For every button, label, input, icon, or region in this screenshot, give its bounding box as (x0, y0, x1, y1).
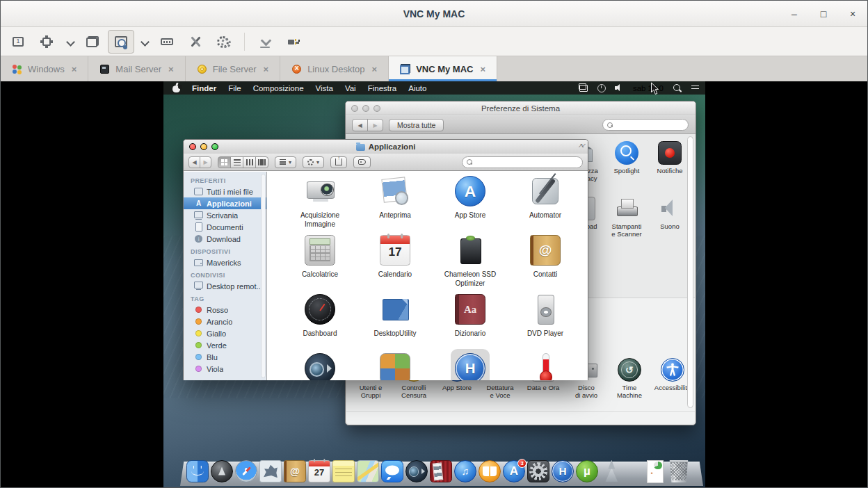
view-grid-button[interactable] (218, 156, 231, 168)
tab-close-icon[interactable]: × (372, 64, 378, 74)
sidebar-item-mavericks[interactable]: Mavericks (184, 257, 266, 268)
maximize-button[interactable]: □ (817, 8, 830, 19)
app-utility-app[interactable] (433, 353, 508, 380)
dock-item-finder[interactable] (186, 459, 209, 483)
app-video-camera-app[interactable] (282, 353, 357, 380)
prefs-scrollbar[interactable] (687, 136, 693, 408)
app-thermometer-app[interactable] (508, 353, 583, 380)
view-list-button[interactable] (230, 156, 243, 168)
app-desktoputility[interactable]: DesktopUtility (357, 294, 433, 353)
remote-mac-desktop[interactable]: FinderFileComposizioneVistaVaiFinestraAi… (163, 81, 705, 487)
scale-options-button[interactable] (136, 30, 152, 54)
tab-close-icon[interactable]: × (264, 64, 269, 74)
fullscreen-button[interactable] (5, 30, 31, 54)
menu-item-finestra[interactable]: Finestra (368, 84, 397, 92)
dock-item-app-store[interactable]: 1 (502, 459, 526, 483)
tab-linux-desktop[interactable]: Linux Desktop× (280, 56, 389, 81)
menu-item-finder[interactable]: Finder (192, 84, 216, 92)
dock-item-messaggi[interactable] (380, 459, 404, 483)
dock-item-photo-booth[interactable] (429, 459, 453, 483)
finder-forward-button[interactable]: ▶ (200, 156, 211, 168)
dock-item-mail[interactable] (259, 459, 282, 483)
tab-close-icon[interactable]: × (72, 64, 77, 74)
dock-item-documento[interactable] (643, 459, 666, 483)
app-dashboard[interactable]: Dashboard (282, 294, 357, 353)
app-chameleon-ssd-optimizer[interactable]: Chameleon SSDOptimizer (433, 235, 508, 294)
prefs-item-suono[interactable]: Suono (648, 197, 691, 238)
menu-item-composizione[interactable]: Composizione (253, 84, 304, 92)
view-coverflow-button[interactable] (255, 156, 268, 168)
tags-button[interactable] (353, 156, 371, 168)
sidebar-item-scrivania[interactable]: Scrivania (184, 209, 266, 221)
dock-item-calendario[interactable]: 27 (307, 459, 331, 483)
finder-close-light[interactable] (189, 143, 196, 150)
app-contatti[interactable]: Contatti (508, 235, 583, 294)
app-calendario[interactable]: 17Calendario (357, 235, 433, 294)
action-gear-dropdown[interactable]: ▾ (303, 156, 324, 168)
dock-item-itunes[interactable] (453, 459, 477, 483)
dock-item-safari[interactable] (234, 459, 258, 483)
prefs-item-time-machine[interactable]: TimeMachine (608, 358, 651, 399)
finder-minimize-light[interactable] (200, 143, 207, 150)
volume-status-icon[interactable] (615, 83, 624, 92)
sidebar-item-rosso[interactable]: Rosso (184, 304, 266, 316)
sidebar-item-giallo[interactable]: Giallo (184, 327, 266, 339)
prefs-item-stampanti-e-scanner[interactable]: Stampantie Scanner (605, 197, 648, 238)
finder-back-button[interactable]: ◀ (188, 156, 200, 168)
displays-status-icon[interactable] (579, 83, 588, 92)
dock-item-cestino[interactable] (667, 459, 691, 483)
dock-item-ibooks[interactable] (478, 459, 501, 483)
prefs-forward-button[interactable]: ▶ (367, 119, 383, 131)
sidebar-item-tutti-i-miei-file[interactable]: Tutti i miei file (184, 186, 266, 197)
tab-close-icon[interactable]: × (480, 64, 485, 74)
sidebar-item-download[interactable]: Download (184, 233, 266, 245)
scaled-view-button[interactable] (108, 30, 134, 54)
dock-item-preferenze-di-sistema[interactable] (527, 459, 550, 483)
disconnect-button[interactable] (280, 30, 307, 54)
resize-options-button[interactable] (62, 30, 77, 54)
share-button[interactable] (330, 156, 347, 168)
tab-close-icon[interactable]: × (168, 64, 174, 74)
time-machine-status-icon[interactable] (597, 83, 606, 92)
app-app-store[interactable]: App Store (433, 176, 508, 235)
sidebar-item-viola[interactable]: Viola (184, 363, 266, 375)
sidebar-item-arancio[interactable]: Arancio (184, 316, 266, 327)
dock-item-wizard-app[interactable] (600, 459, 623, 483)
tab-vnc-my-mac[interactable]: VNC My MAC× (389, 56, 497, 81)
dock-item-facetime[interactable] (405, 459, 428, 483)
prefs-search-input[interactable] (616, 120, 696, 129)
dock-item-contatti[interactable] (283, 459, 307, 483)
app-dizionario[interactable]: Dizionario (433, 294, 508, 353)
dock-item-mappe[interactable] (356, 459, 380, 483)
menu-item-file[interactable]: File (228, 84, 241, 92)
finder-window[interactable]: Applicazioni ↗↙ ◀ ▶ (183, 139, 588, 380)
menu-item-vai[interactable]: Vai (345, 84, 356, 92)
prefs-show-all-button[interactable]: Mostra tutte (389, 119, 444, 131)
menu-item-vista[interactable]: Vista (316, 84, 333, 92)
sidebar-item-blu[interactable]: Blu (184, 351, 266, 363)
tab-mail-server[interactable]: Mail Server× (88, 56, 185, 81)
camera-status-icon[interactable] (561, 83, 570, 92)
prefs-close-light[interactable] (351, 105, 358, 112)
minimize-button[interactable]: – (788, 8, 801, 19)
sidebar-item-documenti[interactable]: Documenti (184, 221, 266, 233)
dock-item-utility-app[interactable] (551, 459, 574, 483)
settings-button[interactable] (211, 30, 237, 54)
sidebar-scrollbar[interactable] (261, 174, 266, 378)
tools-button[interactable] (182, 30, 209, 54)
dock-item-launchpad[interactable] (210, 459, 234, 483)
finder-search-input[interactable] (475, 158, 582, 167)
app-calcolatrice[interactable]: Calcolatrice (282, 235, 357, 294)
notification-center-icon[interactable] (691, 83, 700, 92)
sidebar-item-verde[interactable]: Verde (184, 339, 266, 351)
finder-zoom-light[interactable] (211, 143, 218, 150)
sidebar-item-desktop-remot-[interactable]: Desktop remot... (184, 280, 266, 292)
prefs-item-notifiche[interactable]: Notifiche (648, 141, 691, 182)
app-dvd-player[interactable]: DVD Player (508, 294, 583, 353)
send-keys-button[interactable] (154, 30, 180, 54)
spotlight-menu-icon[interactable] (673, 83, 682, 92)
sidebar-item-applicazioni[interactable]: Applicazioni (184, 197, 266, 209)
duplicate-window-button[interactable] (79, 30, 106, 54)
apple-menu-icon[interactable] (172, 83, 180, 92)
finder-resize-icon[interactable]: ↗↙ (578, 142, 584, 149)
